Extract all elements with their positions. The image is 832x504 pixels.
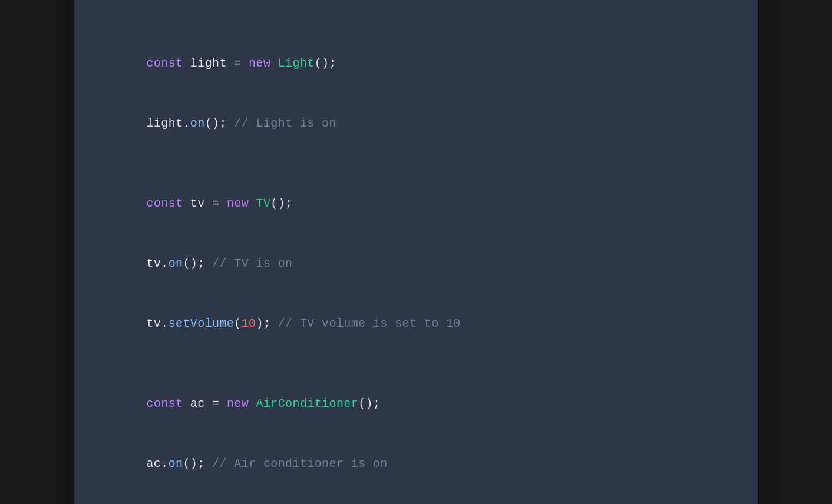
paren-7: ();: [358, 397, 380, 410]
var-ac: ac: [190, 397, 212, 410]
dot-3: .: [161, 317, 168, 330]
method-on-2: on: [169, 257, 183, 270]
method-setvolume: setVolume: [169, 317, 235, 330]
code-line-5: tv.setVolume(10); // TV volume is set to…: [103, 294, 729, 354]
class-tv: TV: [256, 197, 270, 210]
paren-6: );: [256, 317, 278, 330]
operator-2: =: [212, 197, 227, 210]
comment-tv-on: // TV is on: [212, 257, 292, 270]
code-editor: // *** ---- Client ---- *** const light …: [74, 0, 758, 504]
keyword-new-3: new: [227, 397, 256, 410]
keyword-new-2: new: [227, 197, 256, 210]
paren-5: (: [234, 317, 241, 330]
code-line-1: const light = new Light();: [103, 34, 729, 94]
empty-line-1: [103, 14, 729, 34]
var-tv-3: tv: [146, 317, 161, 330]
comment-ac-on: // Air conditioner is on: [212, 457, 388, 470]
var-light-2: light: [146, 117, 183, 130]
paren-1: ();: [315, 57, 336, 70]
var-light: light: [190, 57, 234, 70]
code-line-7: ac.on(); // Air conditioner is on: [103, 434, 729, 494]
code-window: // *** ---- Client ---- *** const light …: [74, 0, 758, 504]
var-ac-2: ac: [146, 457, 161, 470]
empty-line-3: [103, 354, 729, 374]
code-line-2: light.on(); // Light is on: [103, 94, 729, 154]
empty-line-2: [103, 154, 729, 174]
number-10: 10: [242, 317, 256, 330]
operator-3: =: [212, 397, 227, 410]
var-tv-2: tv: [146, 257, 161, 270]
comment-light-on: // Light is on: [234, 117, 336, 130]
code-line-3: const tv = new TV();: [103, 174, 729, 234]
paren-2: ();: [205, 117, 235, 130]
keyword-new-1: new: [249, 57, 278, 70]
dot-2: .: [161, 257, 168, 270]
keyword-const-1: const: [146, 57, 190, 70]
paren-3: ();: [270, 197, 292, 210]
keyword-const-3: const: [146, 397, 190, 410]
code-line-6: const ac = new AirConditioner();: [103, 374, 729, 434]
code-line-4: tv.on(); // TV is on: [103, 234, 729, 294]
comment-tv-volume: // TV volume is set to 10: [278, 317, 461, 330]
code-line-8: ac.setTemperature(24); // Air conditione…: [103, 494, 729, 504]
class-airconditioner: AirConditioner: [256, 397, 358, 410]
method-on-1: on: [190, 117, 205, 130]
keyword-const-2: const: [146, 197, 190, 210]
dot-1: .: [183, 117, 190, 130]
class-light: Light: [278, 57, 315, 70]
comment-header-line: // *** ---- Client ---- ***: [103, 0, 729, 14]
method-on-3: on: [169, 457, 183, 470]
var-tv: tv: [190, 197, 212, 210]
dot-4: .: [161, 457, 168, 470]
paren-8: ();: [183, 457, 212, 470]
operator-1: =: [234, 57, 249, 70]
paren-4: ();: [183, 257, 212, 270]
